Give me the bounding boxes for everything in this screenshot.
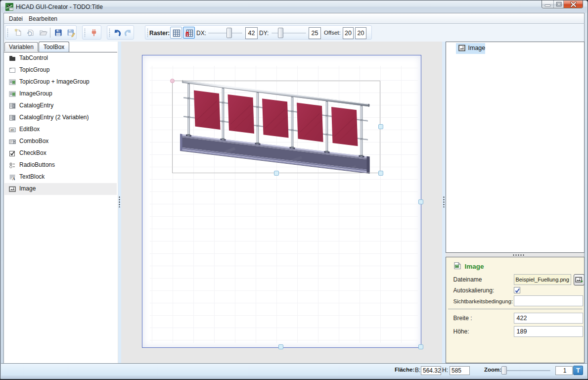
svg-text:A: A [12,176,15,181]
svg-text:ab: ab [10,128,14,132]
